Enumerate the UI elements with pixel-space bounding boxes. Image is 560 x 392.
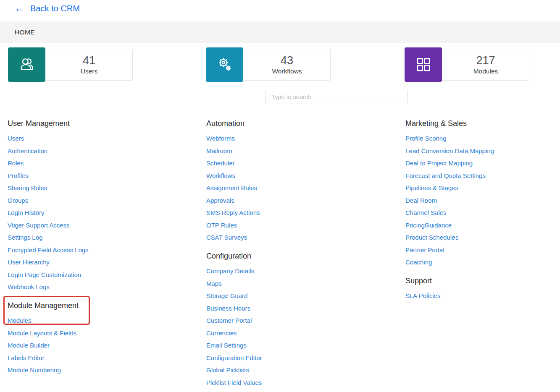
- gears-icon: [216, 56, 234, 73]
- users-icon: [18, 56, 36, 73]
- section-title-module-management: Module Management: [8, 301, 197, 310]
- nav-link-module-layouts-fields[interactable]: Module Layouts & Fields: [8, 329, 76, 337]
- back-to-crm-label: Back to CRM: [30, 4, 80, 13]
- nav-link-email-settings[interactable]: Email Settings: [206, 342, 247, 349]
- tab-home[interactable]: HOME: [15, 21, 35, 43]
- users-tile: [8, 47, 45, 82]
- nav-link-global-picklists[interactable]: Global Picklists: [206, 366, 249, 374]
- nav-link-picklist-field-values[interactable]: Picklist Field Values: [206, 379, 262, 386]
- workflows-count-label: Workflows: [272, 68, 302, 75]
- nav-column-2: Automation Webforms Mailroom Scheduler W…: [206, 119, 395, 392]
- nav-link-sms-reply-actions[interactable]: SMS Reply Actions: [206, 209, 260, 216]
- nav-link-webhook-logs[interactable]: Webhook Logs: [8, 283, 50, 290]
- nav-link-business-hours[interactable]: Business Hours: [206, 305, 250, 312]
- nav-link-module-builder[interactable]: Module Builder: [8, 342, 50, 349]
- nav-link-csat-surveys[interactable]: CSAT Surveys: [206, 234, 247, 241]
- nav-link-encrypted-field-access-logs[interactable]: Encrypted Field Access Logs: [8, 246, 89, 253]
- nav-link-groups[interactable]: Groups: [8, 197, 28, 204]
- users-count: 41: [83, 54, 95, 67]
- nav-link-customer-portal[interactable]: Customer Portal: [206, 317, 252, 324]
- nav-link-assignment-rules[interactable]: Assignment Rules: [206, 184, 257, 191]
- nav-link-authentication[interactable]: Authentication: [8, 147, 47, 154]
- section-configuration: Configuration Company Details Maps Stora…: [206, 251, 395, 386]
- topbar: ← Back to CRM: [0, 0, 560, 21]
- section-title-user-management: User Management: [8, 119, 197, 128]
- nav-link-sla-policies[interactable]: SLA Policies: [405, 292, 440, 299]
- nav-column-1: User Management Users Authentication Rol…: [8, 119, 197, 384]
- stat-card-users: 41 Users: [8, 47, 133, 82]
- modules-tile: [405, 47, 442, 82]
- nav-link-forecast-and-quota-settings[interactable]: Forecast and Quota Settings: [405, 172, 486, 179]
- nav-link-roles[interactable]: Roles: [8, 159, 24, 167]
- nav-link-profiles[interactable]: Profiles: [8, 172, 29, 179]
- nav-link-labels-editor[interactable]: Labels Editor: [8, 354, 45, 361]
- users-count-label: Users: [81, 68, 97, 75]
- left-arrow-icon: ←: [14, 3, 25, 13]
- nav-link-channel-sales[interactable]: Channel Sales: [405, 209, 447, 216]
- nav-link-pricingguidance[interactable]: PricingGuidance: [405, 222, 452, 229]
- nav-link-currencies[interactable]: Currencies: [206, 329, 237, 337]
- stat-card-modules-text: 217 Modules: [442, 49, 529, 81]
- nav-link-configuration-editor[interactable]: Configuration Editor: [206, 354, 262, 361]
- section-module-management: Module Management Modules Module Layouts…: [8, 301, 197, 374]
- section-title-automation: Automation: [206, 119, 395, 128]
- stat-card-workflows-text: 43 Workflows: [243, 49, 331, 81]
- section-support: Support SLA Policies: [405, 276, 560, 299]
- section-title-support: Support: [405, 276, 560, 285]
- nav-link-scheduler[interactable]: Scheduler: [206, 159, 235, 167]
- section-automation: Automation Webforms Mailroom Scheduler W…: [206, 119, 395, 241]
- section-title-marketing-sales: Marketing & Sales: [405, 119, 560, 128]
- nav-link-coaching[interactable]: Coaching: [405, 259, 432, 266]
- nav-link-sharing-rules[interactable]: Sharing Rules: [8, 184, 47, 191]
- nav-link-partner-portal[interactable]: Partner Portal: [405, 246, 444, 253]
- nav-link-modules[interactable]: Modules: [8, 317, 32, 324]
- nav-link-maps[interactable]: Maps: [206, 280, 222, 287]
- nav-link-workflows[interactable]: Workflows: [206, 172, 235, 179]
- stat-card-workflows: 43 Workflows: [206, 47, 331, 82]
- nav-link-login-history[interactable]: Login History: [8, 209, 45, 216]
- grid-icon: [415, 56, 432, 73]
- nav-link-webforms[interactable]: Webforms: [206, 135, 235, 142]
- nav-link-storage-guard[interactable]: Storage Guard: [206, 292, 247, 299]
- nav-link-deal-to-project-mapping[interactable]: Deal to Project Mapping: [405, 159, 473, 167]
- nav-link-vtiger-support-access[interactable]: Vtiger Support Access: [8, 222, 70, 229]
- modules-count-label: Modules: [473, 68, 498, 75]
- nav-link-profile-scoring[interactable]: Profile Scoring: [405, 135, 447, 142]
- nav-column-3: Marketing & Sales Profile Scoring Lead C…: [405, 119, 560, 310]
- modules-count: 217: [476, 54, 495, 67]
- nav-link-pipelines-stages[interactable]: Pipelines & Stages: [405, 184, 458, 191]
- nav-link-mailroom[interactable]: Mailroom: [206, 147, 232, 154]
- tab-bar: HOME: [0, 21, 560, 43]
- nav-link-product-schedules[interactable]: Product Schedules: [405, 234, 458, 241]
- section-marketing-sales: Marketing & Sales Profile Scoring Lead C…: [405, 119, 560, 266]
- nav-link-deal-room[interactable]: Deal Room: [405, 197, 437, 204]
- nav-link-otp-rules[interactable]: OTP Rules: [206, 222, 237, 229]
- nav-link-lead-conversion-data-mapping[interactable]: Lead Conversion Data Mapping: [405, 147, 494, 154]
- workflows-tile: [206, 47, 243, 82]
- nav-link-user-hierarchy[interactable]: User Hierarchy: [8, 259, 50, 266]
- nav-link-settings-log[interactable]: Settings Log: [8, 234, 42, 241]
- search-input[interactable]: [266, 90, 408, 104]
- nav-link-login-page-customization[interactable]: Login Page Customization: [8, 271, 81, 278]
- nav-link-approvals[interactable]: Approvals: [206, 197, 234, 204]
- stat-card-modules: 217 Modules: [405, 47, 529, 82]
- workflows-count: 43: [281, 54, 293, 67]
- stat-card-users-text: 41 Users: [45, 49, 133, 81]
- section-title-configuration: Configuration: [206, 251, 395, 261]
- section-user-management: User Management Users Authentication Rol…: [8, 119, 197, 290]
- nav-link-users[interactable]: Users: [8, 135, 24, 142]
- back-to-crm-link[interactable]: ← Back to CRM: [14, 4, 80, 13]
- nav-link-company-details[interactable]: Company Details: [206, 267, 254, 274]
- nav-link-module-numbering[interactable]: Module Numbering: [8, 366, 61, 374]
